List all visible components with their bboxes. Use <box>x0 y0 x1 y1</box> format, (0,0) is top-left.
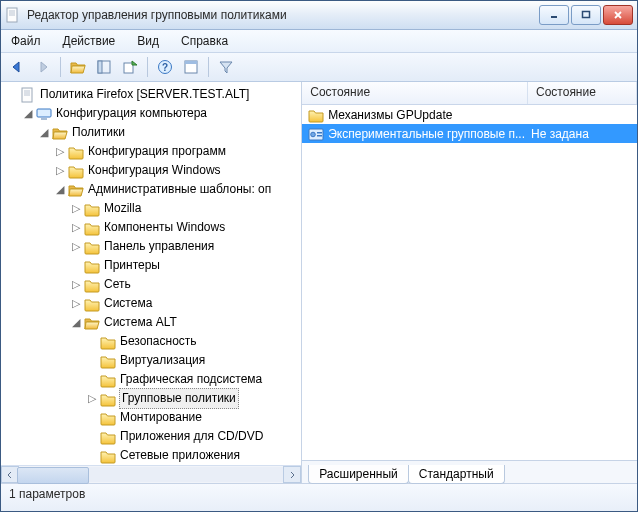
svg-text:?: ? <box>162 62 168 73</box>
column-header-name[interactable]: Состояние <box>302 82 528 104</box>
tree-windows-components[interactable]: ▷ Компоненты Windows <box>3 218 301 237</box>
tree-label: Сетевые приложения <box>119 446 243 465</box>
tree-horizontal-scrollbar[interactable] <box>1 465 301 483</box>
view-tabs: Расширенный Стандартный <box>302 460 637 483</box>
folder-icon <box>100 429 116 445</box>
expand-icon[interactable]: ▷ <box>53 142 67 161</box>
list-item-state: Не задана <box>531 127 637 141</box>
tree-label: Mozilla <box>103 199 144 218</box>
svg-rect-9 <box>583 12 590 18</box>
properties-button[interactable] <box>179 55 203 79</box>
list-item-name: Механизмы GPUpdate <box>328 108 531 122</box>
close-button[interactable] <box>603 5 633 25</box>
tree-system[interactable]: ▷ Система <box>3 294 301 313</box>
tree-virtualization[interactable]: ▷ Виртуализация <box>3 351 301 370</box>
show-hide-tree-button[interactable] <box>92 55 116 79</box>
collapse-icon[interactable]: ◢ <box>53 180 67 199</box>
tree-label: Политики <box>71 123 128 142</box>
tree-group-policies[interactable]: ▷ Групповые политики <box>3 389 301 408</box>
folder-icon <box>100 391 116 407</box>
minimize-button[interactable] <box>539 5 569 25</box>
tree-network-apps[interactable]: ▷ Сетевые приложения <box>3 446 301 465</box>
folder-icon <box>68 163 84 179</box>
folder-icon <box>84 296 100 312</box>
svg-rect-11 <box>98 61 102 73</box>
collapse-icon[interactable]: ◢ <box>21 104 35 123</box>
titlebar: Редактор управления групповыми политикам… <box>1 1 637 30</box>
tree-computer-config[interactable]: ◢ Конфигурация компьютера <box>3 104 301 123</box>
tree: ▷ Политика Firefox [SERVER.TEST.ALT] ◢ К… <box>1 82 301 465</box>
expand-icon[interactable]: ▷ <box>85 389 99 408</box>
app-icon <box>5 7 21 23</box>
folder-icon <box>84 201 100 217</box>
scroll-thumb[interactable] <box>17 467 89 484</box>
tree-label: Виртуализация <box>119 351 208 370</box>
tree-cd-dvd-apps[interactable]: ▷ Приложения для CD/DVD <box>3 427 301 446</box>
settings-item-icon <box>308 126 324 142</box>
tree-printers[interactable]: ▷ Принтеры <box>3 256 301 275</box>
tree-control-panel[interactable]: ▷ Панель управления <box>3 237 301 256</box>
tree-network[interactable]: ▷ Сеть <box>3 275 301 294</box>
maximize-button[interactable] <box>571 5 601 25</box>
collapse-icon[interactable]: ◢ <box>69 313 83 332</box>
folder-icon <box>100 372 116 388</box>
tree-scroll[interactable]: ▷ Политика Firefox [SERVER.TEST.ALT] ◢ К… <box>1 82 301 465</box>
scroll-track[interactable] <box>17 467 285 482</box>
tree-label: Система <box>103 294 155 313</box>
folder-icon <box>68 144 84 160</box>
expand-icon[interactable]: ▷ <box>69 199 83 218</box>
menu-help[interactable]: Справка <box>177 32 232 50</box>
list-item[interactable]: Механизмы GPUpdate <box>302 105 637 124</box>
list-item[interactable]: Экспериментальные групповые п... Не зада… <box>302 124 637 143</box>
tab-standard[interactable]: Стандартный <box>408 465 505 484</box>
tree-program-config[interactable]: ▷ Конфигурация программ <box>3 142 301 161</box>
list-pane: Состояние Состояние Механизмы GPUpdate Э… <box>302 82 637 483</box>
tree-system-alt[interactable]: ◢ Система ALT <box>3 313 301 332</box>
scroll-right-icon[interactable] <box>283 466 301 483</box>
folder-icon <box>84 258 100 274</box>
collapse-icon[interactable]: ◢ <box>37 123 51 142</box>
filter-button[interactable] <box>214 55 238 79</box>
up-button[interactable] <box>66 55 90 79</box>
list-body[interactable]: Механизмы GPUpdate Экспериментальные гру… <box>302 105 637 460</box>
export-button[interactable] <box>118 55 142 79</box>
tree-label: Система ALT <box>103 313 180 332</box>
computer-icon <box>36 106 52 122</box>
tree-label: Безопасность <box>119 332 200 351</box>
folder-icon <box>100 353 116 369</box>
expand-icon[interactable]: ▷ <box>69 294 83 313</box>
tree-mounting[interactable]: ▷ Монтирование <box>3 408 301 427</box>
client-area: ▷ Политика Firefox [SERVER.TEST.ALT] ◢ К… <box>1 82 637 483</box>
tree-root[interactable]: ▷ Политика Firefox [SERVER.TEST.ALT] <box>3 85 301 104</box>
forward-button[interactable] <box>31 55 55 79</box>
tree-label: Панель управления <box>103 237 217 256</box>
expand-icon[interactable]: ▷ <box>69 218 83 237</box>
folder-icon <box>100 334 116 350</box>
app-window: Редактор управления групповыми политикам… <box>0 0 638 512</box>
tree-graphics-subsystem[interactable]: ▷ Графическая подсистема <box>3 370 301 389</box>
tree-policies[interactable]: ◢ Политики <box>3 123 301 142</box>
folder-icon <box>84 239 100 255</box>
window-controls <box>539 5 633 25</box>
toolbar: ? <box>1 53 637 82</box>
column-header-state[interactable]: Состояние <box>528 82 637 104</box>
tree-label: Конфигурация компьютера <box>55 104 210 123</box>
list-header: Состояние Состояние <box>302 82 637 105</box>
menu-file[interactable]: Файл <box>7 32 45 50</box>
help-button[interactable]: ? <box>153 55 177 79</box>
tree-mozilla[interactable]: ▷ Mozilla <box>3 199 301 218</box>
menu-action[interactable]: Действие <box>59 32 120 50</box>
tree-label: Монтирование <box>119 408 205 427</box>
menu-view[interactable]: Вид <box>133 32 163 50</box>
folder-open-icon <box>84 315 100 331</box>
expand-icon[interactable]: ▷ <box>69 237 83 256</box>
toolbar-separator <box>208 57 209 77</box>
tree-admin-templates[interactable]: ◢ Административные шаблоны: оп <box>3 180 301 199</box>
expand-icon[interactable]: ▷ <box>53 161 67 180</box>
tab-extended[interactable]: Расширенный <box>308 465 409 484</box>
tree-windows-config[interactable]: ▷ Конфигурация Windows <box>3 161 301 180</box>
folder-icon <box>100 448 116 464</box>
tree-security[interactable]: ▷ Безопасность <box>3 332 301 351</box>
back-button[interactable] <box>5 55 29 79</box>
expand-icon[interactable]: ▷ <box>69 275 83 294</box>
